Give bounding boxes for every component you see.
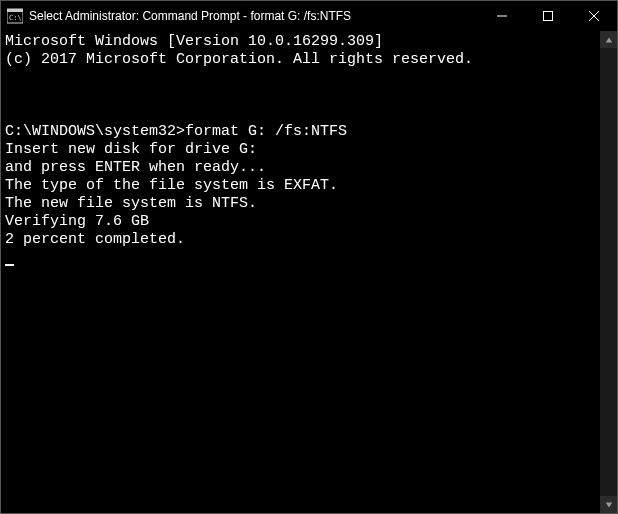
terminal-area: Microsoft Windows [Version 10.0.16299.30… [1, 31, 617, 513]
window-title: Select Administrator: Command Prompt - f… [29, 9, 479, 23]
output-line: The type of the file system is EXFAT. [5, 177, 338, 194]
window-titlebar: C:\ Select Administrator: Command Prompt… [1, 1, 617, 31]
close-button[interactable] [571, 1, 617, 31]
window-controls [479, 1, 617, 31]
scroll-down-button[interactable] [600, 496, 617, 513]
output-line: Insert new disk for drive G: [5, 141, 257, 158]
cursor [5, 264, 14, 266]
svg-marker-7 [605, 37, 611, 42]
prompt: C:\WINDOWS\system32> [5, 123, 185, 140]
output-line: (c) 2017 Microsoft Corporation. All righ… [5, 51, 473, 68]
output-line: 2 percent completed. [5, 231, 185, 248]
svg-rect-1 [7, 9, 23, 12]
scroll-up-button[interactable] [600, 31, 617, 48]
cmd-icon: C:\ [7, 8, 23, 24]
minimize-button[interactable] [479, 1, 525, 31]
svg-marker-8 [605, 502, 611, 507]
terminal-output[interactable]: Microsoft Windows [Version 10.0.16299.30… [1, 31, 600, 513]
output-line: and press ENTER when ready... [5, 159, 266, 176]
vertical-scrollbar[interactable] [600, 31, 617, 513]
output-line: Microsoft Windows [Version 10.0.16299.30… [5, 33, 383, 50]
output-line: Verifying 7.6 GB [5, 213, 149, 230]
scroll-track[interactable] [600, 48, 617, 496]
svg-rect-4 [544, 12, 553, 21]
svg-text:C:\: C:\ [9, 14, 22, 22]
output-line: The new file system is NTFS. [5, 195, 257, 212]
maximize-button[interactable] [525, 1, 571, 31]
command-input: format G: /fs:NTFS [185, 123, 347, 140]
